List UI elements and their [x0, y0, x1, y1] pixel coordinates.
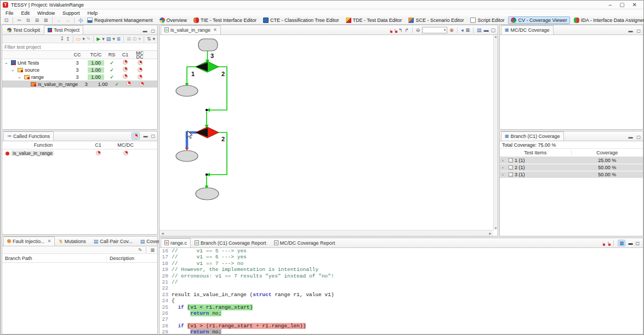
flowchart-canvas[interactable]: 3 1 2 2	[159, 35, 493, 230]
menu-window[interactable]: Window	[33, 10, 59, 16]
copy-icon[interactable]: ⧉	[25, 18, 32, 24]
maximize-panel-icon[interactable]: ▢	[151, 134, 155, 138]
perspective-requirement[interactable]: Requirement Management	[84, 16, 156, 24]
cut-icon[interactable]: ✂	[16, 18, 23, 23]
back-icon[interactable]: ←	[55, 18, 62, 23]
chevron-expanded-icon[interactable]: ⌄	[4, 60, 9, 65]
select-mode-icon[interactable]: ▭	[76, 36, 81, 42]
tab-called-functions[interactable]: ≔ Called Functions	[3, 131, 54, 141]
tab-test-project[interactable]: Test Project	[44, 25, 83, 34]
code-view-icon[interactable]: ‹|›	[77, 18, 84, 23]
tab-mutations[interactable]: ↯Mutations	[55, 236, 90, 246]
remove-marker-icon[interactable]: ↑	[607, 240, 609, 246]
next-marker-icon[interactable]: ↓	[389, 27, 392, 33]
previous-view-icon[interactable]: ◂	[461, 27, 464, 33]
chevron-collapsed-icon[interactable]: ›	[502, 172, 507, 177]
flow-report-icon[interactable]: ▤	[477, 27, 482, 33]
tab-branch-coverage[interactable]: ▦ Branch (C1) Coverage	[501, 131, 564, 141]
tab-fault-injectio-[interactable]: Fault Injectio...✕	[3, 236, 55, 246]
tab-mcdc-coverage[interactable]: ▦ MC/DC Coverage	[501, 25, 554, 34]
minimize-panel-icon[interactable]: ▬	[143, 134, 147, 138]
decision-node-1[interactable]	[196, 61, 219, 72]
run-tests-icon[interactable]: ▶	[96, 36, 100, 42]
tab-test-cockpit[interactable]: Test Cockpit	[3, 25, 44, 34]
delete-entry-icon[interactable]: ⊠	[150, 247, 155, 253]
import-icon[interactable]: ↧	[60, 36, 65, 42]
scroll-up-icon[interactable]: ▲	[494, 35, 498, 38]
decision-node-2[interactable]	[196, 127, 219, 138]
tab-range-c[interactable]: range.c	[161, 238, 191, 247]
step-into-icon[interactable]: ↰	[398, 27, 403, 33]
tab-branch-c1-coverage-report[interactable]: Branch (C1) Coverage Report	[191, 238, 270, 247]
tab-close-icon[interactable]: ✕	[213, 27, 217, 32]
show-coverage-toggle[interactable]	[132, 132, 140, 140]
report-icon[interactable]: ▤	[106, 36, 111, 42]
exit-node-2[interactable]	[176, 151, 198, 161]
forward-icon[interactable]: →	[64, 18, 71, 23]
coverage-row[interactable]: ›1 (1)25.00 %	[500, 157, 643, 164]
layers-icon[interactable]: ≣	[117, 36, 121, 42]
perspective-cv[interactable]: CV - Coverage Viewer	[508, 16, 569, 24]
chevron-expanded-icon[interactable]: ⌄	[18, 74, 22, 79]
perspective-cte[interactable]: CTE - Classification Tree Editor	[260, 16, 342, 24]
maximize-panel-icon[interactable]: ▢	[491, 27, 495, 33]
filter-dropdown-icon[interactable]: ▾	[152, 36, 155, 42]
close-button[interactable]: ✕	[632, 2, 637, 8]
minimize-panel-icon[interactable]: ▬	[628, 135, 632, 140]
chevron-collapsed-icon[interactable]: ›	[502, 158, 507, 163]
delete-icon[interactable]: ⊠	[42, 18, 49, 23]
new-item-dropdown-icon[interactable]: ▾	[138, 36, 141, 42]
tab-close-icon[interactable]: ✕	[48, 239, 52, 244]
tree-row-is_value_in_range[interactable]: is_value_in_range31.00✓	[2, 80, 157, 88]
report-dropdown-icon[interactable]: ▾	[112, 36, 115, 42]
tab-mc-dc-coverage-report[interactable]: MC/DC Coverage Report	[270, 238, 339, 247]
flow-vertical-scrollbar[interactable]: ▲ ▼	[493, 35, 498, 230]
maximize-panel-icon[interactable]: ▢	[636, 135, 641, 140]
menu-help[interactable]: Help	[84, 10, 102, 16]
add-marker-icon[interactable]: ↓	[602, 240, 605, 246]
perspective-sce[interactable]: SCE - Scenario Editor	[406, 16, 466, 24]
dropdown-icon[interactable]: ▾	[82, 36, 85, 42]
zoom-level-combo[interactable]: ▾	[422, 27, 447, 33]
start-node[interactable]	[198, 39, 218, 51]
edit-entry-icon[interactable]: ✎	[138, 247, 143, 253]
new-folder-icon[interactable]: ⊞	[127, 36, 131, 42]
chevron-expanded-icon[interactable]: ⌄	[11, 67, 16, 72]
paste-icon[interactable]: ⊞	[33, 18, 41, 23]
exit-node-1[interactable]	[176, 85, 198, 96]
tree-row-source[interactable]: ⌄source31.00✓	[2, 66, 157, 73]
coverage-row[interactable]: ›2 (1)50.00 %	[500, 164, 643, 171]
filter-icon[interactable]: ⇅	[147, 36, 151, 42]
perspective-overview[interactable]: Overview	[157, 16, 190, 24]
perspective-script[interactable]: Script Editor	[468, 16, 507, 24]
step-out-icon[interactable]: ↱	[404, 27, 409, 33]
code-editor[interactable]: 16// v1 == 5 ---> yes17// v1 == 6 ---> y…	[159, 248, 643, 334]
new-module-icon[interactable]: ⊡	[133, 36, 137, 42]
clear-icon[interactable]: ⊠	[465, 27, 470, 33]
scroll-left-icon[interactable]: ◄	[161, 232, 164, 235]
called-function-row[interactable]: is_value_in_range	[2, 149, 157, 157]
coverage-highlight-toggle[interactable]: ▦	[618, 240, 626, 246]
tree-row-Unit Tests[interactable]: ⌄Unit Tests31.00✓	[2, 59, 157, 66]
end-node[interactable]	[196, 188, 219, 200]
flow-horizontal-scrollbar[interactable]: ◄ ►	[159, 230, 493, 236]
scroll-right-icon[interactable]: ►	[488, 232, 492, 235]
perspective-tde[interactable]: TDE - Test Data Editor	[343, 16, 405, 24]
tab-flow-is-value-in-range[interactable]: is_value_in_range ✕	[161, 25, 221, 34]
menu-file[interactable]: File	[2, 10, 18, 16]
coverage-row[interactable]: ›3 (1)50.00 %	[500, 171, 643, 178]
chevron-collapsed-icon[interactable]: ›	[502, 165, 507, 170]
maximize-panel-icon[interactable]: ▢	[151, 28, 155, 33]
filter-test-project-input[interactable]	[4, 44, 150, 50]
menu-edit[interactable]: Edit	[18, 10, 34, 16]
perspective-tie[interactable]: TIE - Test Interface Editor	[191, 16, 259, 24]
edit-icon[interactable]: ✎	[87, 36, 91, 42]
minimize-button[interactable]: –	[609, 2, 612, 8]
tree-row-range[interactable]: ⌄range31.00✓	[2, 73, 157, 80]
minimize-panel-icon[interactable]: ▬	[628, 241, 632, 246]
export-icon[interactable]: ↥	[66, 36, 70, 42]
tab-call-pair-cov-[interactable]: ▤Call Pair Cov...	[90, 236, 136, 246]
zoom-out-icon[interactable]: ⊖	[416, 27, 420, 33]
minimize-panel-icon[interactable]: ▬	[143, 28, 147, 33]
save-icon[interactable]: ⊡	[3, 18, 10, 23]
